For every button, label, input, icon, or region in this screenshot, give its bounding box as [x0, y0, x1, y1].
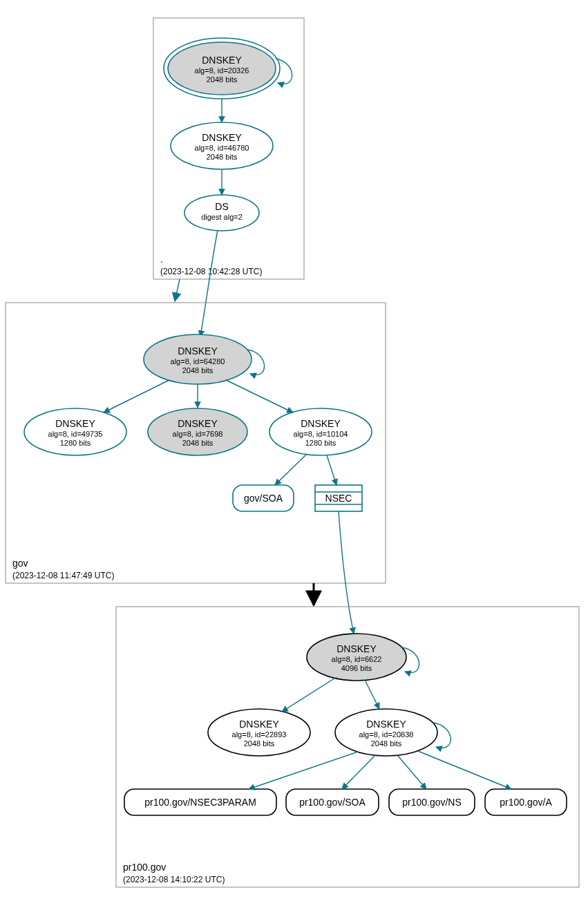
zone-pr100: pr100.gov (2023-12-08 14:10:22 UTC) DNSK…: [116, 607, 579, 887]
svg-text:NSEC: NSEC: [325, 493, 352, 504]
node-pr-k2: DNSKEY alg=8, id=20838 2048 bits: [335, 709, 437, 756]
edge-nsec-prksk: [339, 511, 354, 634]
svg-text:DNSKEY: DNSKEY: [202, 132, 242, 143]
zone-pr-name: pr100.gov: [123, 862, 166, 873]
node-root-ds: DS digest alg=2: [184, 195, 259, 231]
svg-text:2048 bits: 2048 bits: [182, 366, 214, 374]
rrset-gov-soa: gov/SOA: [233, 485, 294, 511]
svg-text:2048 bits: 2048 bits: [182, 439, 214, 447]
svg-text:DNSKEY: DNSKEY: [55, 418, 95, 429]
rrset-pr-nsec3param: pr100.gov/NSEC3PARAM: [124, 789, 276, 815]
svg-text:pr100.gov/A: pr100.gov/A: [500, 797, 552, 808]
svg-text:DNSKEY: DNSKEY: [301, 418, 341, 429]
svg-text:DNSKEY: DNSKEY: [202, 55, 242, 66]
rrset-gov-nsec: NSEC: [315, 485, 362, 511]
node-gov-k2: DNSKEY alg=8, id=7698 2048 bits: [148, 408, 247, 455]
svg-text:DNSKEY: DNSKEY: [239, 719, 279, 730]
svg-text:alg=8, id=20838: alg=8, id=20838: [359, 730, 414, 739]
svg-text:alg=8, id=20326: alg=8, id=20326: [195, 66, 249, 75]
svg-text:2048 bits: 2048 bits: [207, 75, 238, 84]
svg-text:1280 bits: 1280 bits: [60, 439, 91, 447]
zone-root-name: .: [160, 254, 163, 265]
zone-gov: gov (2023-12-08 11:47:49 UTC) DNSKEY alg…: [6, 303, 386, 583]
rrset-pr-a: pr100.gov/A: [485, 789, 567, 815]
svg-text:alg=8, id=7698: alg=8, id=7698: [173, 430, 223, 438]
svg-text:alg=8, id=22893: alg=8, id=22893: [232, 730, 287, 739]
svg-text:alg=8, id=64280: alg=8, id=64280: [171, 357, 225, 366]
node-pr-ksk: DNSKEY alg=8, id=6622 4096 bits: [307, 634, 406, 681]
zone-gov-name: gov: [12, 558, 28, 569]
svg-text:gov/SOA: gov/SOA: [244, 493, 283, 504]
node-root-zsk: DNSKEY alg=8, id=46780 2048 bits: [171, 122, 273, 169]
node-root-ksk: DNSKEY alg=8, id=20326 2048 bits: [164, 38, 280, 99]
svg-text:digest alg=2: digest alg=2: [201, 213, 243, 221]
rrset-pr-soa: pr100.gov/SOA: [286, 789, 379, 815]
svg-text:pr100.gov/NSEC3PARAM: pr100.gov/NSEC3PARAM: [144, 797, 256, 808]
svg-text:pr100.gov/NS: pr100.gov/NS: [402, 797, 462, 808]
svg-text:4096 bits: 4096 bits: [341, 664, 372, 672]
svg-text:DNSKEY: DNSKEY: [178, 345, 218, 357]
svg-text:2048 bits: 2048 bits: [207, 153, 238, 161]
dnssec-diagram: . (2023-12-08 10:42:28 UTC) DNSKEY alg=8…: [0, 0, 588, 901]
svg-text:DS: DS: [215, 201, 228, 212]
zone-root: . (2023-12-08 10:42:28 UTC) DNSKEY alg=8…: [153, 18, 304, 279]
node-gov-k3: DNSKEY alg=8, id=10104 1280 bits: [269, 408, 372, 455]
svg-text:alg=8, id=10104: alg=8, id=10104: [294, 430, 348, 438]
svg-text:1280 bits: 1280 bits: [305, 439, 336, 447]
edge-ds-govksk: [200, 230, 218, 336]
svg-text:alg=8, id=49735: alg=8, id=49735: [48, 430, 103, 438]
svg-text:pr100.gov/SOA: pr100.gov/SOA: [299, 797, 366, 808]
svg-text:2048 bits: 2048 bits: [244, 739, 275, 748]
node-gov-k1: DNSKEY alg=8, id=49735 1280 bits: [24, 408, 126, 455]
zone-gov-time: (2023-12-08 11:47:49 UTC): [12, 571, 114, 580]
svg-text:alg=8, id=6622: alg=8, id=6622: [332, 655, 382, 663]
zone-pr-time: (2023-12-08 14:10:22 UTC): [123, 875, 225, 884]
svg-text:DNSKEY: DNSKEY: [178, 418, 218, 429]
svg-text:DNSKEY: DNSKEY: [336, 643, 377, 654]
node-gov-ksk: DNSKEY alg=8, id=64280 2048 bits: [144, 334, 252, 384]
svg-text:2048 bits: 2048 bits: [371, 739, 402, 748]
rrset-pr-ns: pr100.gov/NS: [389, 789, 475, 815]
edge-rootzone-govzone: [175, 279, 180, 301]
svg-text:alg=8, id=46780: alg=8, id=46780: [195, 144, 249, 152]
node-pr-k1: DNSKEY alg=8, id=22893 2048 bits: [208, 709, 310, 756]
svg-text:DNSKEY: DNSKEY: [366, 719, 406, 730]
